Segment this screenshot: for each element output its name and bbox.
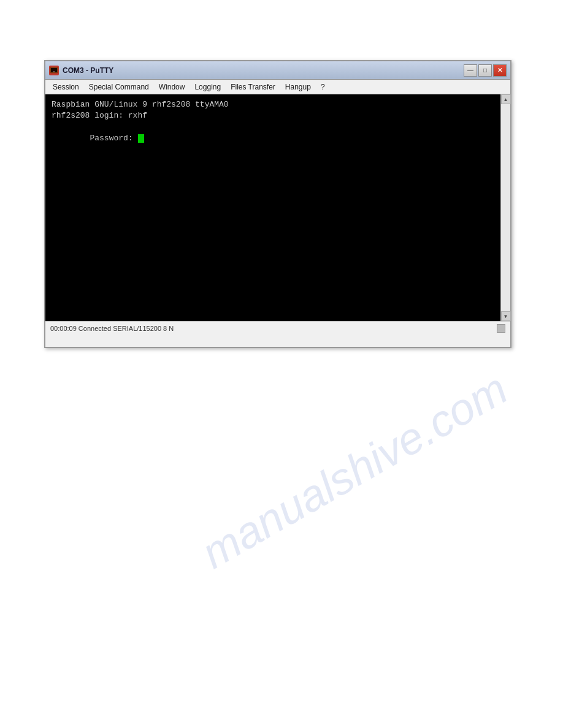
terminal-line-2: rhf2s208 login: rxhf — [52, 110, 494, 121]
menu-bar: Session Special Command Window Logging F… — [45, 80, 510, 94]
scroll-up-arrow[interactable]: ▲ — [501, 94, 511, 104]
menu-special-command[interactable]: Special Command — [84, 81, 154, 93]
terminal-wrapper: Raspbian GNU/Linux 9 rhf2s208 ttyAMA0 rh… — [45, 94, 510, 321]
menu-help[interactable]: ? — [316, 81, 330, 93]
svg-point-2 — [53, 71, 55, 72]
menu-window[interactable]: Window — [154, 81, 190, 93]
terminal-line-1: Raspbian GNU/Linux 9 rhf2s208 ttyAMA0 — [52, 99, 494, 110]
menu-logging[interactable]: Logging — [190, 81, 226, 93]
putty-icon — [49, 66, 59, 75]
title-bar-buttons: — □ ✕ — [464, 64, 507, 77]
scrollbar[interactable]: ▲ ▼ — [500, 94, 510, 321]
window-title: COM3 - PuTTY — [63, 66, 113, 75]
close-button[interactable]: ✕ — [493, 64, 507, 77]
title-bar: COM3 - PuTTY — □ ✕ — [45, 61, 510, 80]
terminal-line-3: Password: — [52, 121, 494, 155]
putty-window: COM3 - PuTTY — □ ✕ Session Special Comma… — [44, 60, 511, 348]
title-bar-left: COM3 - PuTTY — [49, 66, 113, 75]
scroll-down-arrow[interactable]: ▼ — [501, 311, 511, 321]
menu-session[interactable]: Session — [48, 81, 84, 93]
cursor — [138, 134, 144, 143]
menu-hangup[interactable]: Hangup — [280, 81, 316, 93]
scroll-track[interactable] — [501, 104, 510, 311]
resize-grip[interactable] — [497, 324, 505, 333]
terminal[interactable]: Raspbian GNU/Linux 9 rhf2s208 ttyAMA0 rh… — [45, 94, 500, 321]
status-bar: 00:00:09 Connected SERIAL/115200 8 N — [45, 321, 510, 335]
minimize-button[interactable]: — — [464, 64, 477, 77]
menu-files-transfer[interactable]: Files Transfer — [226, 81, 280, 93]
status-text: 00:00:09 Connected SERIAL/115200 8 N — [50, 325, 174, 332]
watermark: manualshive.com — [193, 364, 515, 578]
maximize-button[interactable]: □ — [478, 64, 492, 77]
